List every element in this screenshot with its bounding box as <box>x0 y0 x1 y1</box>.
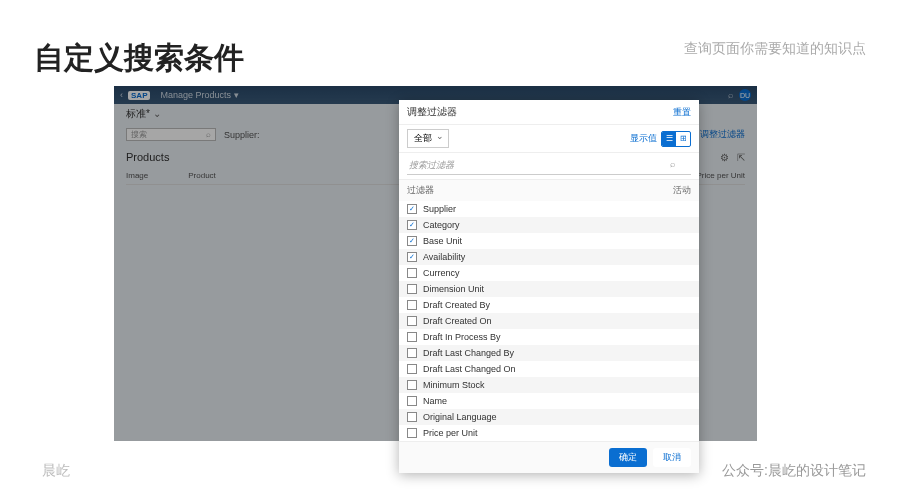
filter-item[interactable]: Name <box>399 393 699 409</box>
dialog-title: 调整过滤器 <box>407 105 457 119</box>
list-view-icon[interactable]: ☰ <box>662 132 676 146</box>
checkbox[interactable] <box>407 428 417 438</box>
filter-item-label: Base Unit <box>423 236 462 246</box>
filter-item-label: Price per Unit <box>423 428 478 438</box>
cancel-button[interactable]: 取消 <box>653 448 691 467</box>
checkbox[interactable] <box>407 412 417 422</box>
filter-list: ✓Supplier✓Category✓Base Unit✓Availabilit… <box>399 201 699 441</box>
filter-item[interactable]: Currency <box>399 265 699 281</box>
view-toggle[interactable]: ☰ ⊞ <box>661 131 691 147</box>
filter-dialog: 调整过滤器 重置 全部 显示值 ☰ ⊞ 搜索过滤器 ⌕ 过滤器 活动 ✓Supp… <box>399 100 699 473</box>
filter-item-label: Minimum Stock <box>423 380 485 390</box>
footer-credit: 公众号:晨屹的设计笔记 <box>722 462 866 480</box>
filter-item[interactable]: Draft Created By <box>399 297 699 313</box>
checkbox[interactable]: ✓ <box>407 252 417 262</box>
checkbox[interactable] <box>407 300 417 310</box>
filter-item[interactable]: Dimension Unit <box>399 281 699 297</box>
ok-button[interactable]: 确定 <box>609 448 647 467</box>
checkbox[interactable] <box>407 316 417 326</box>
filter-item[interactable]: ✓Supplier <box>399 201 699 217</box>
checkbox[interactable]: ✓ <box>407 204 417 214</box>
filter-item[interactable]: Draft Last Changed On <box>399 361 699 377</box>
filter-item-label: Original Language <box>423 412 497 422</box>
filter-item-label: Name <box>423 396 447 406</box>
col-active-label: 活动 <box>673 184 691 197</box>
display-value-link[interactable]: 显示值 <box>630 132 657 145</box>
filter-item-label: Draft Created By <box>423 300 490 310</box>
filter-item[interactable]: Draft In Process By <box>399 329 699 345</box>
scope-select[interactable]: 全部 <box>407 129 449 148</box>
col-filter-label: 过滤器 <box>407 184 434 197</box>
slide-title: 自定义搜索条件 <box>34 38 244 79</box>
slide-subtitle: 查询页面你需要知道的知识点 <box>684 40 866 58</box>
filter-item-label: Availability <box>423 252 465 262</box>
checkbox[interactable]: ✓ <box>407 220 417 230</box>
filter-item[interactable]: Draft Created On <box>399 313 699 329</box>
filter-item[interactable]: ✓Category <box>399 217 699 233</box>
filter-item[interactable]: Minimum Stock <box>399 377 699 393</box>
filter-item-label: Supplier <box>423 204 456 214</box>
filter-item-label: Draft In Process By <box>423 332 501 342</box>
filter-item-label: Draft Last Changed On <box>423 364 516 374</box>
filter-item[interactable]: Price per Unit <box>399 425 699 441</box>
filter-item-label: Dimension Unit <box>423 284 484 294</box>
checkbox[interactable] <box>407 268 417 278</box>
filter-item[interactable]: Draft Last Changed By <box>399 345 699 361</box>
filter-item-label: Draft Created On <box>423 316 492 326</box>
checkbox[interactable] <box>407 380 417 390</box>
filter-item-label: Draft Last Changed By <box>423 348 514 358</box>
reset-button[interactable]: 重置 <box>673 106 691 119</box>
footer-author: 晨屹 <box>42 462 70 480</box>
filter-item[interactable]: ✓Base Unit <box>399 233 699 249</box>
filter-search-input[interactable]: 搜索过滤器 ⌕ <box>407 157 691 175</box>
filter-item[interactable]: ✓Availability <box>399 249 699 265</box>
group-view-icon[interactable]: ⊞ <box>676 132 690 146</box>
checkbox[interactable] <box>407 348 417 358</box>
checkbox[interactable] <box>407 332 417 342</box>
filter-item-label: Currency <box>423 268 460 278</box>
checkbox[interactable]: ✓ <box>407 236 417 246</box>
filter-item[interactable]: Original Language <box>399 409 699 425</box>
checkbox[interactable] <box>407 364 417 374</box>
search-icon: ⌕ <box>670 159 675 169</box>
checkbox[interactable] <box>407 284 417 294</box>
checkbox[interactable] <box>407 396 417 406</box>
filter-item-label: Category <box>423 220 460 230</box>
